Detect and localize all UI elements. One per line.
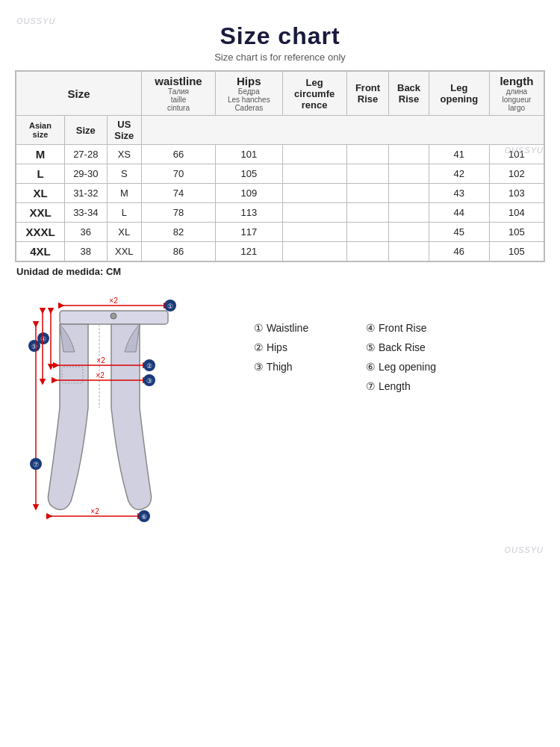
- cell-hips: 117: [215, 223, 282, 242]
- cell-us-size: XS: [107, 145, 141, 164]
- table-row: L 29-30 S 70 105 42 102: [16, 164, 544, 184]
- cell-us-size: L: [107, 203, 141, 223]
- cell-front-rise: [346, 242, 389, 261]
- svg-text:④: ④: [40, 335, 46, 343]
- cell-leg-opening: 43: [429, 184, 489, 203]
- table-row: XXL 33-34 L 78 113 44 104: [16, 203, 544, 223]
- page-container: OUSSYU OUSSYU OUSSYU Size chart Size cha…: [0, 0, 560, 557]
- col-header-leg-circumference: Legcircumference: [282, 72, 346, 116]
- legend-4: ④ Front Rise: [366, 322, 463, 334]
- col-header-length: length длинаlongueurlargo: [489, 72, 544, 116]
- unit-label: Unidad de medida: CM: [15, 262, 545, 279]
- cell-hips: 121: [215, 242, 282, 261]
- cell-us-size: XL: [107, 223, 141, 242]
- table-row: XXXL 36 XL 82 117 45 105: [16, 223, 544, 242]
- cell-front-rise: [346, 223, 389, 242]
- cell-asian-size: XL: [16, 184, 65, 203]
- svg-text:×2: ×2: [109, 297, 118, 305]
- svg-text:⑦: ⑦: [33, 461, 39, 468]
- cell-leg-opening: 44: [429, 203, 489, 223]
- col-header-front-rise: FrontRise: [346, 72, 389, 116]
- legend-col-left: ① Waistline ② Hips ③ Thigh: [254, 322, 351, 400]
- cell-front-rise: [346, 164, 389, 184]
- legend-1: ① Waistline: [254, 322, 351, 334]
- cell-waistline: 74: [142, 184, 216, 203]
- header: Size chart Size chart is for reference o…: [15, 15, 545, 63]
- cell-waistline: 66: [142, 145, 216, 164]
- watermark-mid-right: OUSSYU: [505, 545, 544, 554]
- svg-text:×2: ×2: [90, 507, 99, 515]
- cell-length: 102: [489, 164, 544, 184]
- cell-back-rise: [389, 184, 429, 203]
- table-row: M 27-28 XS 66 101 41 101: [16, 145, 544, 164]
- cell-leg-circ: [282, 145, 346, 164]
- cell-back-rise: [389, 223, 429, 242]
- legend-7: ⑦ Length: [366, 380, 463, 392]
- cell-hips: 101: [215, 145, 282, 164]
- cell-size: 31-32: [64, 184, 107, 203]
- cell-us-size: M: [107, 184, 141, 203]
- diagram-right: ① Waistline ② Hips ③ Thigh ④ Front Rise …: [231, 292, 545, 400]
- table-row: XL 31-32 M 74 109 43 103: [16, 184, 544, 203]
- cell-size: 27-28: [64, 145, 107, 164]
- svg-text:①: ①: [167, 303, 173, 310]
- diagram-section: ×2 ① ×2 ② ×2 ③ ④: [15, 292, 545, 542]
- svg-point-1: [111, 313, 116, 319]
- cell-leg-opening: 45: [429, 223, 489, 242]
- size-table: Size waistline Талияtaillecintura Hips Б…: [16, 71, 544, 261]
- pants-diagram: ×2 ① ×2 ② ×2 ③ ④: [15, 292, 209, 539]
- table-row: 4XL 38 XXL 86 121 46 105: [16, 242, 544, 261]
- cell-back-rise: [389, 203, 429, 223]
- col-header-leg-opening: Legopening: [429, 72, 489, 116]
- cell-leg-opening: 42: [429, 164, 489, 184]
- cell-leg-circ: [282, 223, 346, 242]
- cell-asian-size: L: [16, 164, 65, 184]
- cell-back-rise: [389, 164, 429, 184]
- legend-col-right: ④ Front Rise ⑤ Back Rise ⑥ Leg opening ⑦…: [366, 322, 463, 400]
- cell-length: 104: [489, 203, 544, 223]
- diagram-left: ×2 ① ×2 ② ×2 ③ ④: [15, 292, 231, 542]
- svg-text:②: ②: [146, 362, 152, 370]
- cell-length: 101: [489, 145, 544, 164]
- svg-text:⑤: ⑤: [31, 343, 37, 350]
- cell-asian-size: M: [16, 145, 65, 164]
- cell-waistline: 82: [142, 223, 216, 242]
- legend-6: ⑥ Leg opening: [366, 361, 463, 373]
- cell-hips: 113: [215, 203, 282, 223]
- cell-us-size: S: [107, 164, 141, 184]
- cell-leg-circ: [282, 184, 346, 203]
- cell-length: 105: [489, 242, 544, 261]
- cell-front-rise: [346, 203, 389, 223]
- cell-leg-circ: [282, 203, 346, 223]
- col-header-hips: Hips БедраLes hanchesCaderas: [215, 72, 282, 116]
- cell-asian-size: XXL: [16, 203, 65, 223]
- cell-waistline: 78: [142, 203, 216, 223]
- svg-text:×2: ×2: [96, 371, 105, 379]
- cell-hips: 105: [215, 164, 282, 184]
- cell-front-rise: [346, 184, 389, 203]
- legend-5: ⑤ Back Rise: [366, 341, 463, 353]
- cell-waistline: 86: [142, 242, 216, 261]
- col-header-size: Size: [16, 72, 142, 116]
- cell-us-size: XXL: [107, 242, 141, 261]
- cell-leg-opening: 41: [429, 145, 489, 164]
- svg-text:×2: ×2: [96, 356, 105, 365]
- cell-back-rise: [389, 145, 429, 164]
- subheader-asian-size: Asiansize: [16, 116, 65, 145]
- page-title: Size chart: [15, 22, 545, 50]
- cell-size: 33-34: [64, 203, 107, 223]
- cell-size: 36: [64, 223, 107, 242]
- cell-leg-opening: 46: [429, 242, 489, 261]
- legend-3: ③ Thigh: [254, 361, 351, 373]
- cell-asian-size: 4XL: [16, 242, 65, 261]
- svg-text:⑥: ⑥: [141, 513, 147, 521]
- cell-leg-circ: [282, 242, 346, 261]
- col-header-back-rise: BackRise: [389, 72, 429, 116]
- cell-back-rise: [389, 242, 429, 261]
- cell-size: 29-30: [64, 164, 107, 184]
- cell-size: 38: [64, 242, 107, 261]
- cell-asian-size: XXXL: [16, 223, 65, 242]
- subtitle: Size chart is for reference only: [15, 52, 545, 63]
- subheader-us-size: USSize: [107, 116, 141, 145]
- cell-length: 105: [489, 223, 544, 242]
